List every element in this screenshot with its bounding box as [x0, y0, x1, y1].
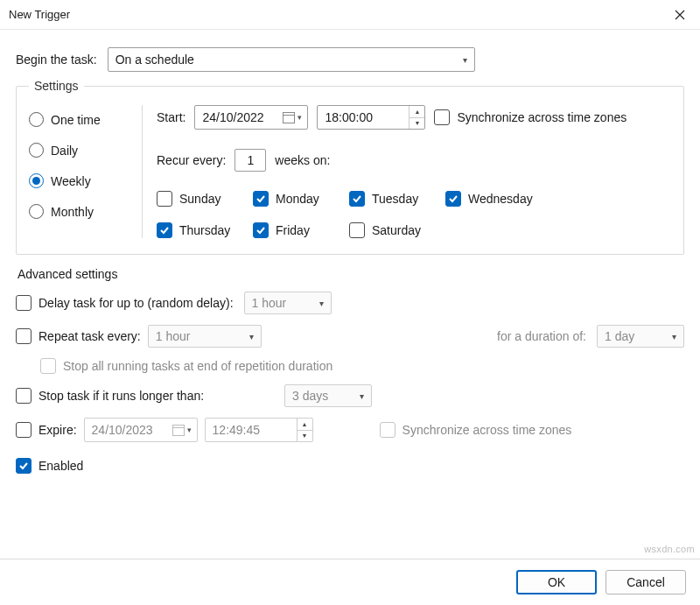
recur-row: Recur every: 1 weeks on: [157, 149, 671, 172]
day-thursday[interactable]: Thursday [157, 222, 253, 238]
repeat-combo[interactable]: 1 hour ▾ [148, 325, 262, 348]
radio-label: Weekly [51, 174, 91, 188]
stop-all-checkbox: Stop all running tasks at end of repetit… [40, 358, 332, 374]
spinner-up-icon: ▲ [298, 419, 312, 431]
chevron-down-icon: ▾ [298, 113, 302, 122]
recur-value-field[interactable]: 1 [234, 149, 266, 172]
repeat-value: 1 hour [156, 329, 191, 343]
chevron-down-icon: ▾ [187, 426, 192, 434]
ok-button[interactable]: OK [516, 570, 597, 594]
delay-label: Delay task for up to (random delay): [38, 296, 234, 310]
advanced-group: Delay task for up to (random delay): 1 h… [16, 292, 684, 474]
chevron-down-icon: ▾ [249, 332, 254, 341]
radio-daily[interactable]: Daily [29, 143, 142, 158]
expire-time-value: 12:49:45 [206, 423, 297, 437]
close-button[interactable] [660, 0, 700, 30]
begin-task-value: On a schedule [116, 53, 194, 67]
time-spinner[interactable]: ▲▼ [409, 106, 424, 129]
advanced-legend: Advanced settings [18, 267, 684, 281]
expire-label: Expire: [38, 423, 77, 437]
ok-label: OK [548, 575, 565, 589]
dialog-footer: OK Cancel [0, 559, 700, 605]
day-friday[interactable]: Friday [253, 222, 349, 238]
start-date-value: 24/10/2022 [202, 110, 263, 124]
day-label: Thursday [179, 223, 230, 237]
begin-task-combo[interactable]: On a schedule ▾ [108, 47, 475, 72]
expire-date-field[interactable]: 24/10/2023 ▾ [84, 418, 198, 442]
title-bar: New Trigger [0, 0, 700, 30]
day-saturday[interactable]: Saturday [349, 222, 445, 238]
cancel-button[interactable]: Cancel [606, 570, 686, 594]
day-label: Monday [276, 192, 319, 206]
chevron-down-icon: ▾ [463, 55, 467, 65]
start-time-field[interactable]: 18:00:00 ▲▼ [317, 105, 425, 130]
time-spinner[interactable]: ▲▼ [297, 419, 312, 441]
calendar-icon [283, 112, 295, 123]
enabled-checkbox[interactable]: Enabled [16, 458, 83, 474]
radio-one-time[interactable]: One time [29, 112, 142, 127]
day-label: Saturday [372, 223, 421, 237]
delay-value: 1 hour [252, 296, 287, 310]
spinner-up-icon: ▲ [410, 106, 424, 118]
recur-label-a: Recur every: [157, 153, 226, 167]
start-time-value: 18:00:00 [318, 110, 409, 124]
days-grid: Sunday Monday Tuesday Wednesday Thursday… [157, 191, 671, 238]
day-monday[interactable]: Monday [253, 191, 349, 207]
duration-label: for a duration of: [497, 329, 586, 343]
window-title: New Trigger [9, 8, 70, 21]
spinner-down-icon: ▼ [410, 118, 424, 130]
expire-date-value: 24/10/2023 [92, 423, 153, 437]
cancel-label: Cancel [626, 575, 665, 589]
calendar-icon [172, 425, 185, 436]
chevron-down-icon: ▾ [319, 299, 324, 308]
recur-label-b: weeks on: [275, 153, 330, 167]
expire-sync-tz-checkbox: Synchronize across time zones [380, 422, 572, 438]
expire-checkbox[interactable]: Expire: [16, 422, 77, 438]
day-tuesday[interactable]: Tuesday [349, 191, 445, 207]
stop-if-combo[interactable]: 3 days ▾ [284, 384, 372, 407]
settings-group: Settings One time Daily Weekly Monthly [16, 79, 684, 255]
day-label: Sunday [179, 192, 220, 206]
day-label: Friday [276, 223, 310, 237]
chevron-down-icon: ▾ [672, 332, 676, 341]
begin-task-row: Begin the task: On a schedule ▾ [16, 47, 684, 72]
chevron-down-icon: ▾ [360, 391, 364, 401]
spinner-down-icon: ▼ [298, 431, 312, 442]
duration-value: 1 day [605, 329, 634, 343]
radio-monthly[interactable]: Monthly [29, 204, 142, 219]
start-date-field[interactable]: 24/10/2022 ▾ [194, 105, 308, 130]
frequency-column: One time Daily Weekly Monthly [29, 105, 143, 238]
stop-if-checkbox[interactable]: Stop task if it runs longer than: [16, 388, 204, 404]
start-label: Start: [157, 110, 186, 124]
watermark: wsxdn.com [644, 544, 695, 554]
start-row: Start: 24/10/2022 ▾ 18:00:00 ▲▼ [157, 105, 671, 130]
day-label: Tuesday [372, 192, 418, 206]
enabled-label: Enabled [38, 459, 83, 473]
radio-weekly[interactable]: Weekly [29, 173, 142, 188]
sync-tz-checkbox[interactable]: Synchronize across time zones [434, 109, 626, 125]
settings-legend: Settings [29, 79, 84, 93]
close-icon [675, 10, 685, 20]
delay-checkbox[interactable]: Delay task for up to (random delay): [16, 295, 234, 311]
day-label: Wednesday [468, 192, 533, 206]
radio-label: Daily [51, 144, 78, 158]
expire-time-field[interactable]: 12:49:45 ▲▼ [205, 418, 313, 442]
radio-label: One time [51, 113, 101, 127]
sync-tz-label: Synchronize across time zones [457, 110, 626, 124]
delay-combo[interactable]: 1 hour ▾ [244, 292, 332, 314]
stop-all-label: Stop all running tasks at end of repetit… [63, 359, 332, 373]
radio-label: Monthly [51, 205, 94, 219]
day-sunday[interactable]: Sunday [157, 191, 253, 207]
duration-combo[interactable]: 1 day ▾ [597, 325, 684, 348]
repeat-label: Repeat task every: [38, 329, 141, 343]
stop-if-value: 3 days [292, 389, 328, 403]
expire-sync-tz-label: Synchronize across time zones [402, 423, 572, 437]
stop-if-label: Stop task if it runs longer than: [38, 389, 204, 403]
day-wednesday[interactable]: Wednesday [445, 191, 550, 207]
repeat-checkbox[interactable]: Repeat task every: [16, 328, 141, 344]
begin-task-label: Begin the task: [16, 53, 97, 67]
